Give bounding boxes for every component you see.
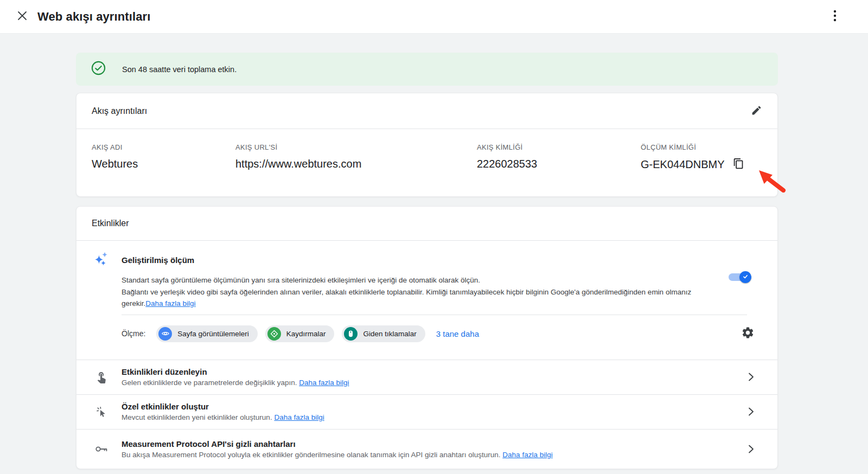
- learn-more-link[interactable]: Daha fazla bilgi: [274, 413, 324, 421]
- overflow-menu-button[interactable]: [833, 9, 837, 24]
- scroll-icon: [267, 327, 281, 341]
- field-stream-url: AKIŞ URL'Sİ https://www.webtures.com: [235, 143, 477, 171]
- close-button[interactable]: [16, 10, 28, 23]
- field-value: G-EK044DNBMY: [641, 158, 725, 171]
- stream-fields: AKIŞ ADI Webtures AKIŞ URL'Sİ https://ww…: [76, 129, 777, 196]
- field-value: Webtures: [92, 158, 235, 170]
- field-stream-id: AKIŞ KİMLİĞİ 2226028533: [477, 143, 641, 171]
- enhanced-measurement-toggle[interactable]: [729, 271, 750, 283]
- row-create-custom-events[interactable]: Özel etkinlikler oluştur Mevcut etkinlik…: [76, 394, 777, 429]
- check-circle-icon: [91, 61, 106, 78]
- chip-label: Kaydırmalar: [286, 330, 326, 338]
- check-icon: [742, 272, 749, 282]
- row-modify-events[interactable]: Etkinlikleri düzenleyin Gelen etkinlikle…: [76, 360, 777, 394]
- data-collection-status-banner: Son 48 saatte veri toplama etkin.: [76, 53, 778, 86]
- cursor-click-icon: [94, 405, 108, 418]
- banner-text: Son 48 saatte veri toplama etkin.: [122, 65, 237, 74]
- pencil-icon: [751, 105, 762, 118]
- row-title: Measurement Protocol API'si gizli anahta…: [122, 439, 553, 449]
- gear-icon: [741, 326, 755, 341]
- row-title: Özel etkinlikler oluştur: [122, 402, 324, 411]
- learn-more-link[interactable]: Daha fazla bilgi: [299, 379, 349, 387]
- enhanced-measurement-title: Geliştirilmiş ölçüm: [122, 255, 194, 265]
- enhanced-measurement-section: Geliştirilmiş ölçüm Standart sayfa görün…: [76, 241, 777, 360]
- page-title: Web akışı ayrıntıları: [37, 10, 150, 24]
- measuring-label: Ölçme:: [122, 329, 145, 338]
- more-measurements-link[interactable]: 3 tane daha: [436, 329, 479, 338]
- measurement-settings-button[interactable]: [741, 326, 755, 341]
- events-title: Etkinlikler: [92, 219, 129, 228]
- row-subtitle: Gelen etkinliklerde ve parametrelerde de…: [122, 379, 349, 387]
- chip-label: Sayfa görüntülemeleri: [177, 330, 248, 338]
- learn-more-link[interactable]: Daha fazla bilgi: [502, 451, 552, 459]
- chip-scrolls: Kaydırmalar: [265, 325, 335, 342]
- eye-icon: [158, 327, 172, 341]
- main-content: Son 48 saatte veri toplama etkin. Akış a…: [76, 53, 778, 469]
- learn-more-link[interactable]: Daha fazla bilgi: [145, 299, 195, 308]
- row-subtitle: Mevcut etkinliklerden yeni etkinlikler o…: [122, 413, 324, 421]
- close-icon: [16, 10, 28, 23]
- copy-measurement-id-button[interactable]: [733, 158, 744, 171]
- copy-icon: [733, 158, 744, 171]
- measuring-row: Ölçme: Sayfa görüntülemeleri Kaydırmalar: [122, 315, 762, 360]
- touch-icon: [94, 370, 108, 383]
- events-card: Etkinlikler Geliştirilmiş ölçüm Standart…: [76, 206, 778, 469]
- edit-stream-button[interactable]: [751, 105, 762, 118]
- chip-page-views: Sayfa görüntülemeleri: [156, 325, 257, 342]
- chip-outbound-clicks: Giden tıklamalar: [342, 325, 425, 342]
- row-measurement-protocol-secrets[interactable]: Measurement Protocol API'si gizli anahta…: [76, 429, 777, 469]
- field-value: https://www.webtures.com: [235, 158, 477, 170]
- chevron-right-icon: [745, 371, 757, 383]
- chevron-right-icon: [745, 406, 757, 418]
- field-stream-name: AKIŞ ADI Webtures: [92, 143, 235, 171]
- stream-details-title: Akış ayrıntıları: [92, 106, 147, 116]
- field-measurement-id: ÖLÇÜM KİMLİĞİ G-EK044DNBMY: [641, 143, 762, 171]
- field-label: AKIŞ KİMLİĞİ: [477, 143, 641, 151]
- top-bar: Web akışı ayrıntıları: [0, 0, 868, 34]
- chevron-right-icon: [745, 443, 757, 455]
- stream-details-header: Akış ayrıntıları: [76, 93, 777, 129]
- key-icon: [94, 442, 108, 456]
- chip-label: Giden tıklamalar: [363, 330, 416, 338]
- events-header: Etkinlikler: [76, 207, 777, 241]
- field-label: AKIŞ ADI: [92, 143, 235, 151]
- enhanced-measurement-description: Standart sayfa görüntüleme ölçümünün yan…: [122, 274, 733, 310]
- row-title: Etkinlikleri düzenleyin: [122, 367, 349, 376]
- field-value: 2226028533: [477, 158, 641, 170]
- field-label: AKIŞ URL'Sİ: [235, 143, 477, 151]
- sparkle-icon: [94, 252, 108, 268]
- row-subtitle: Bu akışa Measurement Protocol yoluyla ek…: [122, 451, 553, 459]
- stream-details-card: Akış ayrıntıları AKIŞ ADI Webtures AKIŞ …: [76, 93, 778, 197]
- three-dot-menu-icon: [833, 9, 837, 24]
- field-label: ÖLÇÜM KİMLİĞİ: [641, 143, 762, 151]
- mouse-icon: [344, 327, 358, 341]
